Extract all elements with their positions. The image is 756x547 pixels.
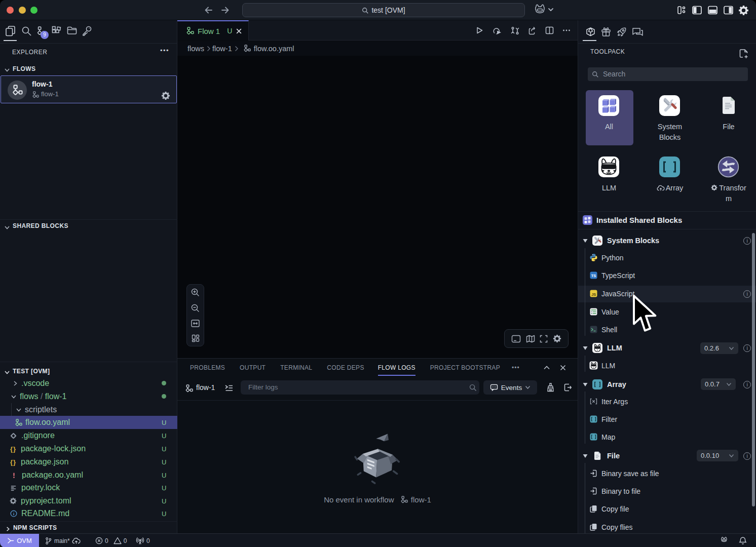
- svg-text:JS: JS: [591, 292, 596, 297]
- svg-text:TS: TS: [591, 274, 596, 278]
